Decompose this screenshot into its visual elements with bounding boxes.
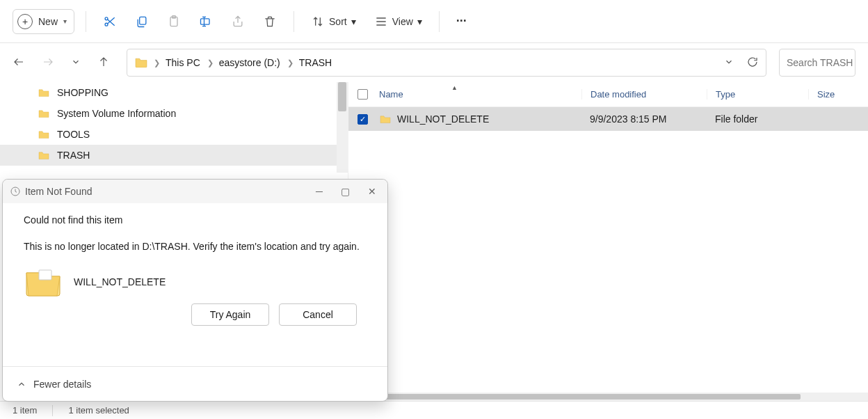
arrow-up-icon — [97, 56, 110, 68]
sidebar-item-label: TOOLS — [57, 129, 90, 140]
dialog-footer: Fewer details — [3, 366, 387, 401]
column-name[interactable]: Name ▲ — [376, 89, 581, 100]
table-row[interactable]: ✓ WILL_NOT_DELETE 9/9/2023 8:15 PM File … — [348, 107, 868, 131]
sidebar-item-label: System Volume Information — [57, 108, 176, 119]
dialog-title: Item Not Found — [25, 186, 93, 197]
status-bar: 1 item 1 item selected — [0, 401, 868, 419]
maximize-button[interactable]: ▢ — [341, 186, 350, 197]
close-button[interactable]: ✕ — [368, 186, 376, 197]
delete-button[interactable] — [257, 9, 282, 34]
try-again-button[interactable]: Try Again — [191, 303, 269, 326]
refresh-button[interactable] — [746, 56, 759, 70]
content-pane: Name ▲ Date modified Type Size ✓ WILL_NO… — [348, 82, 868, 401]
arrow-right-icon — [42, 56, 54, 68]
status-count: 1 item — [13, 405, 37, 416]
view-button[interactable]: View ▾ — [369, 9, 428, 34]
folder-icon — [38, 129, 50, 139]
toolbar: + New ▾ Sort ▾ View ▾ ··· — [0, 0, 868, 43]
dialog-message: This is no longer located in D:\TRASH. V… — [24, 239, 372, 255]
chevron-down-icon: ▾ — [63, 17, 67, 25]
refresh-icon — [746, 56, 759, 68]
column-size[interactable]: Size — [808, 89, 868, 100]
crumb-folder[interactable]: TRASH — [299, 57, 332, 68]
column-type[interactable]: Type — [707, 89, 808, 100]
ellipsis-icon: ··· — [456, 14, 467, 29]
row-date: 9/9/2023 8:15 PM — [581, 113, 707, 125]
row-type: File folder — [707, 113, 808, 125]
search-placeholder: Search TRASH — [787, 57, 853, 68]
crumb-drive[interactable]: easystore (D:)❯ — [219, 57, 294, 68]
sidebar-item-label: SHOPPING — [57, 87, 108, 98]
dialog-item: WILL_NOT_DELETE — [24, 266, 372, 298]
chevron-down-icon — [71, 57, 81, 67]
chevron-down-icon — [724, 57, 734, 67]
separator — [86, 11, 86, 32]
minimize-button[interactable]: ─ — [316, 186, 323, 197]
separator — [439, 11, 440, 32]
sort-asc-icon: ▲ — [451, 84, 458, 91]
svg-rect-2 — [140, 17, 146, 24]
forward-button — [42, 56, 54, 70]
content-hscrollbar[interactable] — [348, 393, 868, 401]
crumb-this-pc[interactable]: This PC❯ — [166, 57, 214, 68]
svg-point-0 — [105, 17, 108, 19]
folder-icon — [134, 56, 148, 70]
column-date[interactable]: Date modified — [581, 89, 707, 100]
dialog-item-name: WILL_NOT_DELETE — [74, 276, 166, 287]
view-label: View — [392, 16, 413, 27]
sidebar-scrollbar[interactable] — [337, 82, 348, 173]
cancel-button[interactable]: Cancel — [279, 303, 357, 326]
share-icon — [231, 15, 245, 29]
chevron-down-icon: ▾ — [351, 16, 356, 27]
row-checkbox[interactable]: ✓ — [357, 114, 368, 125]
trash-icon — [263, 15, 277, 29]
clipboard-icon — [167, 15, 181, 29]
arrow-left-icon — [13, 56, 25, 68]
dialog-titlebar[interactable]: Item Not Found ─ ▢ ✕ — [3, 180, 387, 203]
up-button[interactable] — [97, 56, 110, 70]
sidebar-item-svi[interactable]: System Volume Information — [0, 103, 348, 124]
status-selected: 1 item selected — [68, 405, 129, 416]
sidebar-item-shopping[interactable]: SHOPPING — [0, 82, 348, 103]
paste-button — [161, 9, 186, 34]
svg-point-1 — [105, 23, 108, 26]
sort-icon — [311, 15, 325, 29]
sort-button[interactable]: Sort ▾ — [305, 9, 362, 34]
copy-button[interactable] — [129, 9, 154, 34]
plus-icon: + — [17, 14, 33, 29]
svg-rect-7 — [39, 270, 51, 280]
list-icon — [374, 15, 388, 29]
back-button[interactable] — [13, 56, 25, 70]
fewer-details-toggle[interactable]: Fewer details — [17, 379, 91, 390]
row-name: WILL_NOT_DELETE — [397, 113, 489, 125]
sidebar-item-tools[interactable]: TOOLS — [0, 124, 348, 145]
more-button[interactable]: ··· — [451, 9, 472, 34]
sidebar-item-label: TRASH — [57, 150, 90, 161]
cut-button[interactable] — [97, 9, 122, 34]
error-dialog: Item Not Found ─ ▢ ✕ Could not find this… — [2, 179, 388, 402]
sidebar-item-trash[interactable]: TRASH — [0, 145, 348, 166]
chevron-down-icon: ▾ — [417, 16, 422, 27]
address-bar[interactable]: ❯ This PC❯ easystore (D:)❯ TRASH — [127, 49, 766, 77]
navigation-row: ❯ This PC❯ easystore (D:)❯ TRASH Search … — [0, 43, 868, 82]
search-input[interactable]: Search TRASH — [779, 49, 855, 77]
folder-icon — [38, 150, 50, 160]
folder-icon — [38, 109, 50, 118]
select-all-checkbox[interactable] — [357, 89, 368, 100]
column-headers: Name ▲ Date modified Type Size — [348, 82, 868, 107]
sort-label: Sort — [329, 16, 347, 27]
rename-icon — [199, 15, 213, 29]
folder-open-icon — [24, 266, 63, 298]
nav-icons — [13, 56, 114, 70]
scissors-icon — [103, 15, 117, 29]
new-button[interactable]: + New ▾ — [13, 9, 74, 34]
separator — [52, 405, 53, 416]
folder-icon — [379, 114, 392, 124]
separator — [294, 11, 294, 32]
recent-button[interactable] — [71, 57, 81, 69]
share-button — [225, 9, 250, 34]
chevron-right-icon: ❯ — [154, 58, 160, 68]
address-dropdown[interactable] — [724, 57, 734, 69]
rename-button[interactable] — [193, 9, 218, 34]
new-label: New — [38, 16, 58, 27]
